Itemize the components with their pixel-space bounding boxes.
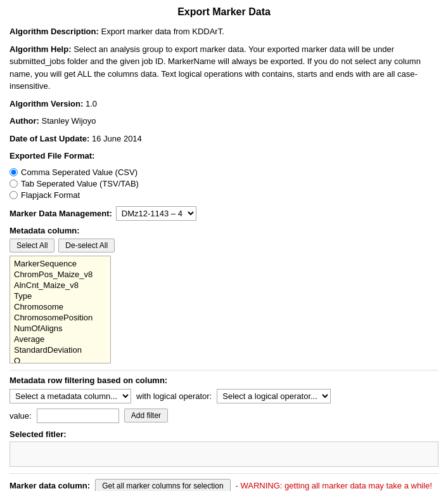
algorithm-help-value: Select an analysis group to export marke… bbox=[10, 44, 421, 91]
algorithm-version: Algorithm Version: 1.0 bbox=[10, 98, 438, 110]
radio-csv[interactable] bbox=[10, 168, 18, 176]
algorithm-help-label: Algorithm Help: bbox=[10, 44, 72, 54]
radio-label-flapjack[interactable]: Flapjack Format bbox=[21, 190, 80, 200]
metadata-column-label: Metadata column: bbox=[10, 226, 438, 235]
metadata-column-buttons: Select All De-select All bbox=[10, 239, 438, 252]
last-update-value: 16 June 2014 bbox=[92, 134, 142, 143]
list-item[interactable]: NumOfAligns bbox=[12, 323, 108, 334]
radio-option-flapjack: Flapjack Format bbox=[10, 190, 438, 200]
marker-data-management-label: Marker Data Management: bbox=[10, 209, 112, 218]
value-input[interactable] bbox=[37, 409, 119, 423]
last-update-label: Date of Last Update: bbox=[10, 134, 89, 143]
list-item[interactable]: Chromosome bbox=[12, 301, 108, 312]
list-item[interactable]: StandardDeviation bbox=[12, 344, 108, 355]
metadata-column-listbox[interactable]: MarkerSequenceChromPos_Maize_v8AlnCnt_Ma… bbox=[10, 256, 111, 363]
filter-value-row: value: Add filter bbox=[10, 409, 438, 423]
radio-tsv[interactable] bbox=[10, 180, 18, 188]
deselect-all-button[interactable]: De-select All bbox=[58, 239, 115, 252]
list-item[interactable]: Type bbox=[12, 291, 108, 301]
file-format-options: Comma Seperated Value (CSV)Tab Seperated… bbox=[10, 167, 438, 200]
algorithm-description-label: Algorithm Description: bbox=[10, 27, 99, 36]
operator-label: with logical operator: bbox=[136, 391, 212, 401]
marker-data-management-select[interactable]: DMz12-1143 – 4 bbox=[116, 206, 196, 221]
metadata-column-select[interactable]: Select a metadata column... bbox=[10, 389, 131, 403]
algorithm-version-label: Algorithm Version: bbox=[10, 99, 83, 108]
logical-operator-select[interactable]: Select a logical operator... bbox=[217, 389, 331, 403]
list-item[interactable]: Average bbox=[12, 334, 108, 344]
selected-filter-section: Selected fitler: bbox=[10, 429, 438, 467]
radio-option-tsv: Tab Seperated Value (TSV/TAB) bbox=[10, 179, 438, 188]
marker-data-management-row: Marker Data Management: DMz12-1143 – 4 bbox=[10, 206, 438, 221]
value-label: value: bbox=[10, 411, 32, 421]
divider-1 bbox=[10, 370, 438, 370]
file-format-label: Exported File Format: bbox=[10, 151, 94, 160]
list-item[interactable]: Q bbox=[12, 355, 108, 363]
marker-data-column-label: Marker data column: bbox=[10, 481, 90, 490]
select-all-button[interactable]: Select All bbox=[10, 239, 54, 252]
metadata-column-section: Metadata column: Select All De-select Al… bbox=[10, 226, 438, 363]
get-marker-columns-button[interactable]: Get all marker columns for selection bbox=[95, 479, 230, 492]
row-filtering-section: Metadata row filtering based on column: … bbox=[10, 376, 438, 423]
divider-2 bbox=[10, 473, 438, 474]
algorithm-description: Algorithm Description: Export marker dat… bbox=[10, 25, 438, 38]
selected-filter-box bbox=[10, 442, 438, 467]
list-item[interactable]: MarkerSequence bbox=[12, 258, 108, 269]
radio-label-tsv[interactable]: Tab Seperated Value (TSV/TAB) bbox=[21, 179, 139, 188]
algorithm-description-value: Export marker data from KDDArT. bbox=[101, 27, 224, 36]
author-value: Stanley Wijoyo bbox=[42, 116, 96, 126]
add-filter-button[interactable]: Add filter bbox=[124, 409, 168, 422]
row-filtering-label: Metadata row filtering based on column: bbox=[10, 376, 438, 385]
author-label: Author: bbox=[10, 116, 39, 126]
file-format-header: Exported File Format: bbox=[10, 150, 438, 162]
radio-option-csv: Comma Seperated Value (CSV) bbox=[10, 167, 438, 177]
list-item[interactable]: AlnCnt_Maize_v8 bbox=[12, 280, 108, 291]
list-item[interactable]: ChromPos_Maize_v8 bbox=[12, 269, 108, 280]
marker-col-row: Marker data column: Get all marker colum… bbox=[10, 479, 438, 492]
author: Author: Stanley Wijoyo bbox=[10, 115, 438, 128]
page-title: Export Marker Data bbox=[10, 6, 438, 18]
list-item[interactable]: ChromosomePosition bbox=[12, 312, 108, 323]
warning-text: - WARNING: getting all marker data may t… bbox=[236, 481, 432, 490]
selected-filter-label: Selected fitler: bbox=[10, 429, 438, 439]
marker-data-column-section: Marker data column: Get all marker colum… bbox=[10, 479, 438, 492]
last-update: Date of Last Update: 16 June 2014 bbox=[10, 133, 438, 145]
filter-row-1: Select a metadata column... with logical… bbox=[10, 389, 438, 403]
algorithm-version-value: 1.0 bbox=[86, 99, 97, 108]
radio-label-csv[interactable]: Comma Seperated Value (CSV) bbox=[21, 167, 138, 177]
algorithm-help: Algorithm Help: Select an analysis group… bbox=[10, 43, 438, 93]
radio-flapjack[interactable] bbox=[10, 191, 18, 199]
